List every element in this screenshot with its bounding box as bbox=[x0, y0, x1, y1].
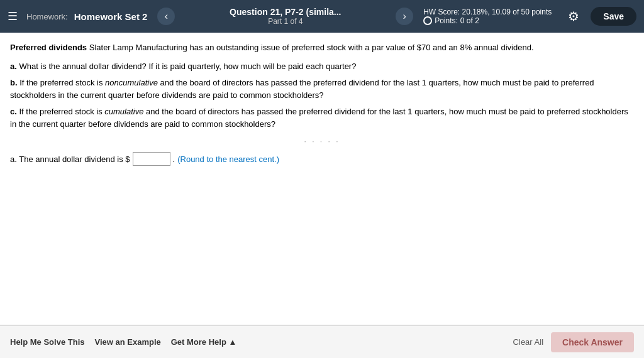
points-value: 0 of 2 bbox=[460, 16, 479, 25]
problem-intro: Preferred dividends Slater Lamp Manufact… bbox=[10, 41, 634, 54]
homework-title: Homework Set 2 bbox=[74, 11, 148, 22]
help-me-solve-button[interactable]: Help Me Solve This bbox=[10, 337, 94, 347]
clear-all-button[interactable]: Clear All bbox=[513, 337, 543, 347]
answer-hint: (Round to the nearest cent.) bbox=[177, 155, 279, 164]
check-answer-button[interactable]: Check Answer bbox=[551, 332, 634, 352]
separator: · · · · · bbox=[10, 137, 634, 146]
part-label: Part 1 of 4 bbox=[268, 17, 303, 26]
problem-part-c: c. If the preferred stock is cumulative … bbox=[10, 106, 634, 131]
menu-icon[interactable]: ☰ bbox=[8, 9, 18, 23]
problem-part-a: a. What is the annual dollar dividend? I… bbox=[10, 60, 634, 73]
get-more-help-button[interactable]: Get More Help ▲ bbox=[171, 337, 247, 347]
homework-label: Homework: bbox=[26, 12, 68, 21]
prev-question-button[interactable]: ‹ bbox=[157, 8, 175, 25]
problem-title: Preferred dividends bbox=[10, 43, 87, 52]
main-content: Preferred dividends Slater Lamp Manufact… bbox=[0, 33, 644, 325]
answer-period: . bbox=[173, 155, 175, 164]
answer-input[interactable] bbox=[133, 152, 170, 166]
question-info: Question 21, P7-2 (simila... Part 1 of 4 bbox=[185, 7, 386, 26]
question-title: Question 21, P7-2 (simila... bbox=[230, 7, 341, 17]
save-button[interactable]: Save bbox=[591, 7, 636, 26]
points-label: Points: bbox=[435, 16, 458, 25]
part-c-italic: cumulative bbox=[104, 107, 143, 116]
header: ☰ Homework: Homework Set 2 ‹ Question 21… bbox=[0, 0, 644, 33]
points-circle-icon bbox=[423, 16, 432, 25]
next-question-button[interactable]: › bbox=[396, 8, 413, 25]
view-example-button[interactable]: View an Example bbox=[94, 337, 170, 347]
part-a-label: a. bbox=[10, 62, 17, 71]
part-c-label: c. bbox=[10, 107, 17, 116]
part-b-label: b. bbox=[10, 78, 18, 87]
hw-score: HW Score: 20.18%, 10.09 of 50 points Poi… bbox=[423, 8, 552, 25]
settings-button[interactable]: ⚙ bbox=[568, 9, 579, 24]
answer-text: a. The annual dollar dividend is $ bbox=[10, 155, 130, 164]
part-b-italic: noncumulative bbox=[105, 78, 158, 87]
hw-score-value: HW Score: 20.18%, 10.09 of 50 points bbox=[423, 8, 552, 16]
answer-row: a. The annual dollar dividend is $ . (Ro… bbox=[10, 152, 634, 166]
problem-part-b: b. If the preferred stock is noncumulati… bbox=[10, 77, 634, 102]
footer: Help Me Solve This View an Example Get M… bbox=[0, 325, 644, 358]
